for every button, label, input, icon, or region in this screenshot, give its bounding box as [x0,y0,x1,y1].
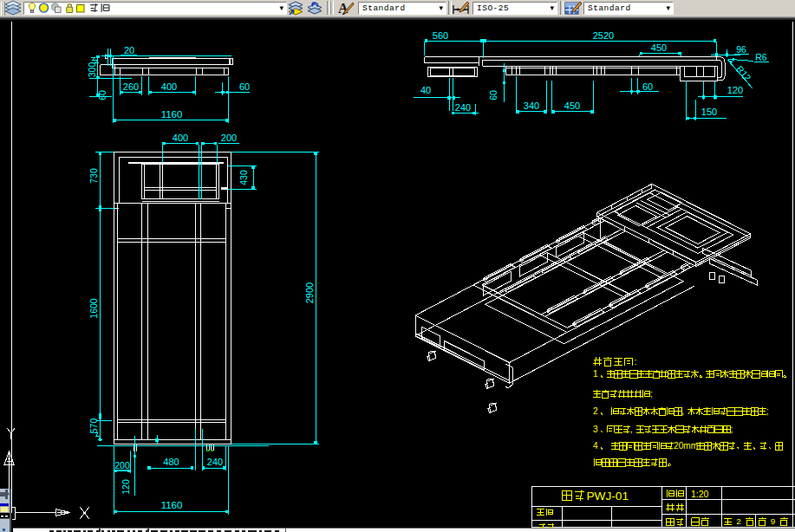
svg-text:560: 560 [433,30,448,41]
svg-text:60: 60 [642,81,653,92]
svg-text:480: 480 [163,457,179,467]
svg-text:2520: 2520 [593,30,614,41]
svg-text:120: 120 [121,479,131,495]
svg-text:240: 240 [455,102,471,113]
svg-text:1160: 1160 [161,500,183,510]
svg-text:1: 1 [593,369,598,379]
svg-text:300: 300 [87,62,97,78]
svg-text:200: 200 [114,460,130,470]
svg-text:20mm: 20mm [674,441,698,451]
svg-text:120: 120 [727,85,743,95]
svg-text:1:20: 1:20 [691,489,709,499]
svg-text:60: 60 [488,90,499,101]
svg-text:60: 60 [239,81,250,92]
svg-text:450: 450 [651,42,667,53]
svg-text:PWJ-01: PWJ-01 [586,490,629,503]
svg-text:96: 96 [736,44,746,55]
svg-text:40: 40 [420,85,431,95]
svg-text:60: 60 [97,90,108,101]
svg-text:150: 150 [701,107,717,117]
svg-text:;: ; [766,406,769,416]
svg-text:R6: R6 [755,52,767,62]
svg-text:1160: 1160 [161,109,183,120]
svg-text:730: 730 [88,168,99,184]
svg-text:240: 240 [207,457,223,467]
svg-text:340: 340 [524,101,539,111]
svg-text:9: 9 [771,516,775,526]
svg-text:4: 4 [593,441,598,451]
svg-text::: : [635,356,637,367]
svg-text:2: 2 [736,516,740,526]
svg-text:400: 400 [173,133,188,143]
svg-text:260: 260 [123,81,139,92]
svg-text:450: 450 [564,101,580,111]
svg-text:2: 2 [593,406,598,416]
svg-text:,: , [630,425,633,434]
svg-text:3: 3 [593,425,598,434]
svg-text:430: 430 [238,170,249,185]
svg-text:1600: 1600 [88,298,99,319]
svg-text:2900: 2900 [304,282,315,303]
svg-text:200: 200 [221,133,237,143]
svg-text:20: 20 [124,45,134,55]
svg-text:400: 400 [161,81,177,92]
svg-text:570: 570 [88,418,99,434]
